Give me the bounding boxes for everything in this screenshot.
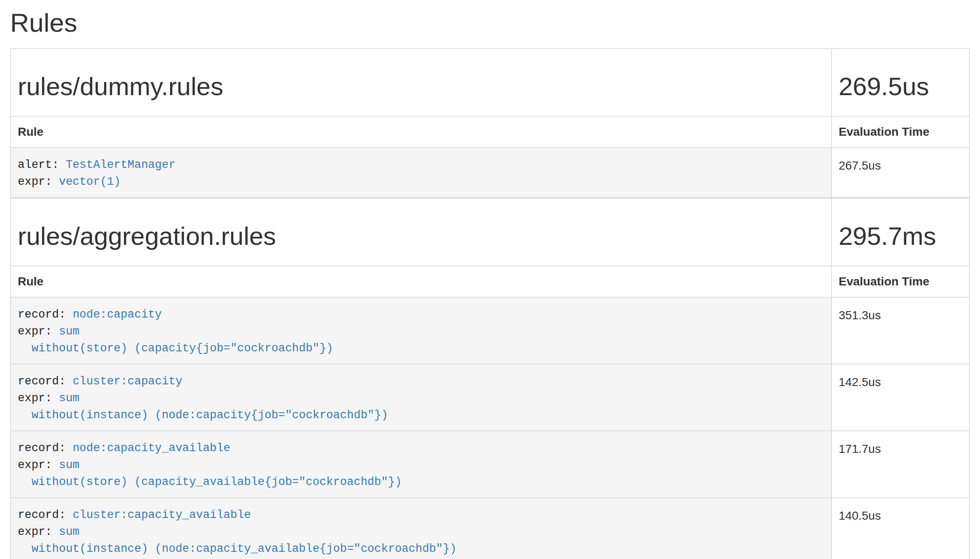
- rule-evaluation-time-cell: 351.3us: [831, 297, 969, 364]
- rule-row: record: cluster:capacity expr: sum witho…: [11, 364, 969, 431]
- rule-evaluation-time-cell: 267.5us: [831, 148, 969, 197]
- page-title: Rules: [10, 8, 970, 37]
- group-file-cell: rules/dummy.rules: [11, 49, 831, 116]
- rule-definition-cell: record: node:capacity_available expr: su…: [11, 431, 831, 498]
- rule-row: alert: TestAlertManager expr: vector(1) …: [11, 148, 969, 197]
- rule-row: record: cluster:capacity_available expr:…: [11, 498, 969, 559]
- rule-definition-cell: record: cluster:capacity_available expr:…: [11, 498, 831, 559]
- rule-groups-container: rules/dummy.rules 269.5us Rule Evaluatio…: [10, 48, 970, 559]
- rule-code: alert: TestAlertManager expr: vector(1): [18, 148, 824, 197]
- rule-keyword-text: expr:: [18, 325, 59, 338]
- rule-evaluation-time-cell: 140.5us: [831, 498, 969, 559]
- rule-expression-link[interactable]: cluster:capacity: [73, 375, 182, 388]
- group-evaluation-time: 269.5us: [839, 73, 962, 101]
- rule-keyword-text: expr:: [18, 392, 59, 405]
- rule-column-header: Rule: [11, 266, 831, 297]
- rule-expression-link[interactable]: sum without(store) (capacity{job="cockro…: [18, 325, 333, 355]
- column-header-row: Rule Evaluation Time: [11, 116, 969, 148]
- rule-keyword-text: record:: [18, 509, 73, 521]
- rule-expression-link[interactable]: node:capacity: [73, 308, 162, 321]
- group-file-title: rules/aggregation.rules: [18, 222, 824, 250]
- rule-evaluation-time-cell: 171.7us: [831, 431, 969, 498]
- rule-column-header: Rule: [11, 116, 831, 148]
- group-evaluation-time: 295.7ms: [839, 222, 962, 250]
- rule-expression-link[interactable]: TestAlertManager: [66, 159, 175, 171]
- rule-expression-link[interactable]: sum without(instance) (node:capacity{job…: [18, 392, 388, 422]
- rule-expression-link[interactable]: vector(1): [59, 175, 121, 188]
- group-file-title: rules/dummy.rules: [18, 73, 824, 101]
- rule-expression-link[interactable]: cluster:capacity_available: [73, 509, 251, 521]
- rule-keyword-text: record:: [18, 308, 73, 321]
- rule-code: record: cluster:capacity_available expr:…: [18, 498, 824, 559]
- rule-group-table: rules/dummy.rules 269.5us Rule Evaluatio…: [10, 48, 970, 198]
- rule-definition-cell: record: node:capacity expr: sum without(…: [11, 297, 831, 364]
- rule-group-table: rules/aggregation.rules 295.7ms Rule Eva…: [10, 198, 970, 559]
- rule-definition-cell: alert: TestAlertManager expr: vector(1): [11, 148, 831, 197]
- evaluation-time-column-header: Evaluation Time: [831, 116, 969, 148]
- rule-code: record: node:capacity expr: sum without(…: [18, 298, 824, 364]
- rule-row: record: node:capacity expr: sum without(…: [11, 297, 969, 364]
- rule-keyword-text: expr:: [18, 175, 59, 188]
- group-header-row: rules/aggregation.rules 295.7ms: [11, 198, 969, 266]
- rule-keyword-text: record:: [18, 442, 73, 455]
- group-evaluation-time-cell: 295.7ms: [831, 198, 969, 266]
- group-header-row: rules/dummy.rules 269.5us: [11, 49, 969, 116]
- rule-definition-cell: record: cluster:capacity expr: sum witho…: [11, 364, 831, 431]
- group-file-cell: rules/aggregation.rules: [11, 198, 831, 266]
- rules-page: Rules rules/dummy.rules 269.5us Rule Eva…: [0, 8, 980, 559]
- rule-code: record: node:capacity_available expr: su…: [18, 431, 824, 497]
- rule-code: record: cluster:capacity expr: sum witho…: [18, 364, 824, 430]
- rule-keyword-text: expr:: [18, 459, 59, 471]
- rule-keyword-text: alert:: [18, 159, 66, 171]
- rule-keyword-text: record:: [18, 375, 73, 388]
- evaluation-time-column-header: Evaluation Time: [831, 266, 969, 297]
- group-evaluation-time-cell: 269.5us: [831, 49, 969, 116]
- rule-keyword-text: expr:: [18, 526, 59, 538]
- column-header-row: Rule Evaluation Time: [11, 266, 969, 297]
- rule-expression-link[interactable]: node:capacity_available: [73, 442, 231, 455]
- rule-evaluation-time-cell: 142.5us: [831, 364, 969, 431]
- rule-expression-link[interactable]: sum without(store) (capacity_available{j…: [18, 459, 402, 488]
- rule-expression-link[interactable]: sum without(instance) (node:capacity_ava…: [18, 526, 457, 555]
- rule-row: record: node:capacity_available expr: su…: [11, 431, 969, 498]
